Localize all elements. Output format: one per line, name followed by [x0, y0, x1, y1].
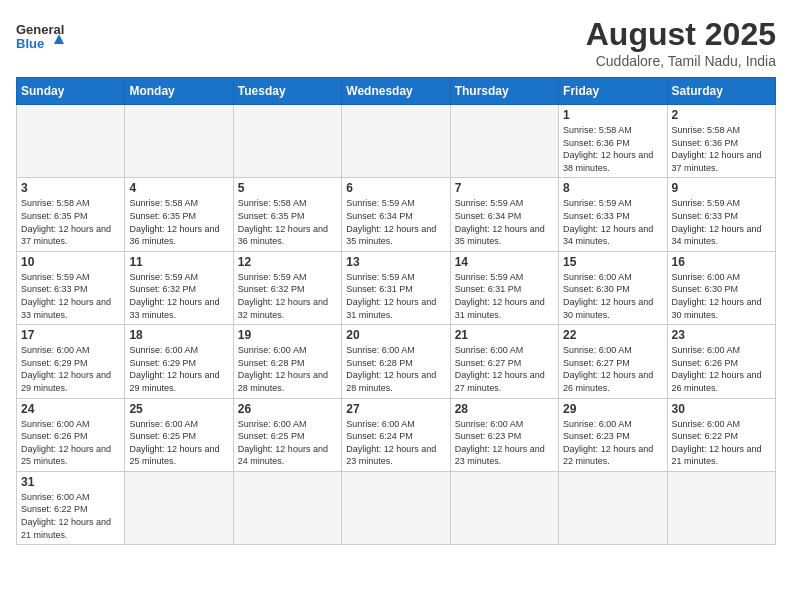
day-info: Sunrise: 5:59 AM Sunset: 6:31 PM Dayligh… — [455, 271, 554, 321]
calendar-week-6: 31Sunrise: 6:00 AM Sunset: 6:22 PM Dayli… — [17, 471, 776, 544]
calendar-cell: 26Sunrise: 6:00 AM Sunset: 6:25 PM Dayli… — [233, 398, 341, 471]
calendar-cell: 5Sunrise: 5:58 AM Sunset: 6:35 PM Daylig… — [233, 178, 341, 251]
day-info: Sunrise: 6:00 AM Sunset: 6:25 PM Dayligh… — [129, 418, 228, 468]
day-info: Sunrise: 5:58 AM Sunset: 6:36 PM Dayligh… — [563, 124, 662, 174]
day-number: 26 — [238, 402, 337, 416]
day-number: 14 — [455, 255, 554, 269]
day-number: 25 — [129, 402, 228, 416]
calendar-table: SundayMondayTuesdayWednesdayThursdayFrid… — [16, 77, 776, 545]
calendar-cell: 3Sunrise: 5:58 AM Sunset: 6:35 PM Daylig… — [17, 178, 125, 251]
day-info: Sunrise: 6:00 AM Sunset: 6:27 PM Dayligh… — [563, 344, 662, 394]
day-info: Sunrise: 6:00 AM Sunset: 6:25 PM Dayligh… — [238, 418, 337, 468]
day-number: 12 — [238, 255, 337, 269]
day-info: Sunrise: 6:00 AM Sunset: 6:28 PM Dayligh… — [238, 344, 337, 394]
calendar-cell: 1Sunrise: 5:58 AM Sunset: 6:36 PM Daylig… — [559, 105, 667, 178]
calendar-cell: 17Sunrise: 6:00 AM Sunset: 6:29 PM Dayli… — [17, 325, 125, 398]
calendar-cell — [667, 471, 775, 544]
day-number: 31 — [21, 475, 120, 489]
day-number: 27 — [346, 402, 445, 416]
day-info: Sunrise: 5:59 AM Sunset: 6:33 PM Dayligh… — [563, 197, 662, 247]
day-number: 1 — [563, 108, 662, 122]
day-header-thursday: Thursday — [450, 78, 558, 105]
day-number: 20 — [346, 328, 445, 342]
calendar-cell: 4Sunrise: 5:58 AM Sunset: 6:35 PM Daylig… — [125, 178, 233, 251]
day-number: 11 — [129, 255, 228, 269]
calendar-cell — [450, 105, 558, 178]
day-info: Sunrise: 5:58 AM Sunset: 6:36 PM Dayligh… — [672, 124, 771, 174]
day-header-saturday: Saturday — [667, 78, 775, 105]
day-number: 15 — [563, 255, 662, 269]
svg-text:General: General — [16, 22, 64, 37]
day-number: 18 — [129, 328, 228, 342]
calendar-cell: 18Sunrise: 6:00 AM Sunset: 6:29 PM Dayli… — [125, 325, 233, 398]
calendar-cell: 11Sunrise: 5:59 AM Sunset: 6:32 PM Dayli… — [125, 251, 233, 324]
day-number: 19 — [238, 328, 337, 342]
calendar-title-area: August 2025 Cuddalore, Tamil Nadu, India — [586, 16, 776, 69]
calendar-cell: 8Sunrise: 5:59 AM Sunset: 6:33 PM Daylig… — [559, 178, 667, 251]
calendar-header-row: SundayMondayTuesdayWednesdayThursdayFrid… — [17, 78, 776, 105]
calendar-title: August 2025 — [586, 16, 776, 53]
day-info: Sunrise: 5:58 AM Sunset: 6:35 PM Dayligh… — [238, 197, 337, 247]
day-number: 16 — [672, 255, 771, 269]
calendar-cell: 23Sunrise: 6:00 AM Sunset: 6:26 PM Dayli… — [667, 325, 775, 398]
day-header-tuesday: Tuesday — [233, 78, 341, 105]
day-number: 22 — [563, 328, 662, 342]
calendar-week-2: 3Sunrise: 5:58 AM Sunset: 6:35 PM Daylig… — [17, 178, 776, 251]
calendar-cell — [342, 471, 450, 544]
calendar-cell: 16Sunrise: 6:00 AM Sunset: 6:30 PM Dayli… — [667, 251, 775, 324]
day-info: Sunrise: 5:58 AM Sunset: 6:35 PM Dayligh… — [129, 197, 228, 247]
logo: General Blue — [16, 16, 66, 56]
calendar-cell: 10Sunrise: 5:59 AM Sunset: 6:33 PM Dayli… — [17, 251, 125, 324]
day-info: Sunrise: 6:00 AM Sunset: 6:26 PM Dayligh… — [21, 418, 120, 468]
day-info: Sunrise: 6:00 AM Sunset: 6:28 PM Dayligh… — [346, 344, 445, 394]
calendar-cell: 20Sunrise: 6:00 AM Sunset: 6:28 PM Dayli… — [342, 325, 450, 398]
day-header-wednesday: Wednesday — [342, 78, 450, 105]
calendar-cell: 31Sunrise: 6:00 AM Sunset: 6:22 PM Dayli… — [17, 471, 125, 544]
day-info: Sunrise: 5:59 AM Sunset: 6:33 PM Dayligh… — [672, 197, 771, 247]
day-number: 5 — [238, 181, 337, 195]
day-number: 3 — [21, 181, 120, 195]
calendar-cell: 28Sunrise: 6:00 AM Sunset: 6:23 PM Dayli… — [450, 398, 558, 471]
day-number: 10 — [21, 255, 120, 269]
day-number: 23 — [672, 328, 771, 342]
day-header-monday: Monday — [125, 78, 233, 105]
day-number: 29 — [563, 402, 662, 416]
day-info: Sunrise: 6:00 AM Sunset: 6:27 PM Dayligh… — [455, 344, 554, 394]
day-number: 4 — [129, 181, 228, 195]
day-number: 8 — [563, 181, 662, 195]
day-number: 17 — [21, 328, 120, 342]
day-info: Sunrise: 6:00 AM Sunset: 6:29 PM Dayligh… — [129, 344, 228, 394]
calendar-cell — [233, 471, 341, 544]
calendar-cell: 14Sunrise: 5:59 AM Sunset: 6:31 PM Dayli… — [450, 251, 558, 324]
svg-text:Blue: Blue — [16, 36, 44, 51]
calendar-subtitle: Cuddalore, Tamil Nadu, India — [586, 53, 776, 69]
calendar-cell: 21Sunrise: 6:00 AM Sunset: 6:27 PM Dayli… — [450, 325, 558, 398]
calendar-cell: 15Sunrise: 6:00 AM Sunset: 6:30 PM Dayli… — [559, 251, 667, 324]
calendar-week-4: 17Sunrise: 6:00 AM Sunset: 6:29 PM Dayli… — [17, 325, 776, 398]
day-info: Sunrise: 6:00 AM Sunset: 6:30 PM Dayligh… — [563, 271, 662, 321]
day-number: 28 — [455, 402, 554, 416]
day-info: Sunrise: 5:59 AM Sunset: 6:34 PM Dayligh… — [346, 197, 445, 247]
calendar-cell: 19Sunrise: 6:00 AM Sunset: 6:28 PM Dayli… — [233, 325, 341, 398]
day-number: 13 — [346, 255, 445, 269]
day-info: Sunrise: 6:00 AM Sunset: 6:26 PM Dayligh… — [672, 344, 771, 394]
calendar-cell: 29Sunrise: 6:00 AM Sunset: 6:23 PM Dayli… — [559, 398, 667, 471]
day-info: Sunrise: 6:00 AM Sunset: 6:29 PM Dayligh… — [21, 344, 120, 394]
calendar-cell — [17, 105, 125, 178]
day-header-friday: Friday — [559, 78, 667, 105]
calendar-cell: 25Sunrise: 6:00 AM Sunset: 6:25 PM Dayli… — [125, 398, 233, 471]
calendar-cell: 12Sunrise: 5:59 AM Sunset: 6:32 PM Dayli… — [233, 251, 341, 324]
calendar-cell: 13Sunrise: 5:59 AM Sunset: 6:31 PM Dayli… — [342, 251, 450, 324]
calendar-cell — [342, 105, 450, 178]
day-info: Sunrise: 5:59 AM Sunset: 6:32 PM Dayligh… — [129, 271, 228, 321]
day-number: 24 — [21, 402, 120, 416]
calendar-cell — [450, 471, 558, 544]
day-info: Sunrise: 6:00 AM Sunset: 6:30 PM Dayligh… — [672, 271, 771, 321]
day-info: Sunrise: 6:00 AM Sunset: 6:23 PM Dayligh… — [563, 418, 662, 468]
calendar-cell — [125, 105, 233, 178]
calendar-cell: 2Sunrise: 5:58 AM Sunset: 6:36 PM Daylig… — [667, 105, 775, 178]
day-number: 7 — [455, 181, 554, 195]
day-number: 6 — [346, 181, 445, 195]
calendar-cell: 27Sunrise: 6:00 AM Sunset: 6:24 PM Dayli… — [342, 398, 450, 471]
day-info: Sunrise: 5:59 AM Sunset: 6:32 PM Dayligh… — [238, 271, 337, 321]
